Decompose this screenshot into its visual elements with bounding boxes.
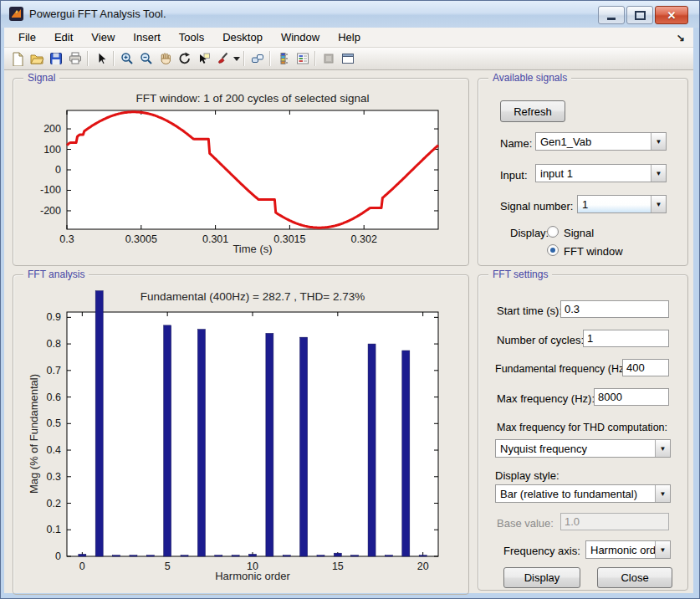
- dock-figure-icon[interactable]: [338, 49, 357, 68]
- menu-edit[interactable]: Edit: [45, 28, 82, 46]
- harmonic-bar: [283, 555, 290, 556]
- harmonic-bar: [197, 330, 205, 556]
- fft-bar-plot: 0510152000.10.20.30.40.50.60.70.80.9: [13, 275, 468, 594]
- close-settings-button[interactable]: Close: [597, 567, 672, 588]
- fft-yaxis-label: Mag (% of Fundamental): [28, 317, 40, 551]
- menu-window[interactable]: Window: [272, 28, 329, 46]
- pan-hand-icon[interactable]: [156, 49, 175, 68]
- client-area: Signal FFT window: 1 of 200 cycles of se…: [4, 70, 693, 593]
- cycles-field[interactable]: 1: [583, 330, 669, 347]
- harmonic-bar: [266, 333, 273, 556]
- signal-number-label: Signal number:: [500, 200, 573, 212]
- toolbar-separator: [243, 51, 245, 66]
- harmonic-bar: [95, 291, 103, 556]
- menu-file[interactable]: File: [9, 28, 45, 46]
- name-label: Name:: [500, 137, 532, 150]
- radio-fft-window[interactable]: [547, 244, 559, 256]
- toolbar: [4, 48, 693, 70]
- colorbar-icon[interactable]: [273, 49, 293, 68]
- harmonic-bar: [130, 555, 137, 556]
- max-frequency-field[interactable]: 8000: [594, 388, 669, 406]
- harmonic-bar: [181, 555, 188, 556]
- close-button[interactable]: ✕: [655, 6, 688, 24]
- print-icon[interactable]: [65, 49, 84, 68]
- zoom-in-icon[interactable]: [117, 49, 136, 68]
- window-title: Powergui FFT Analysis Tool.: [29, 8, 166, 20]
- start-time-field[interactable]: 0.3: [560, 300, 669, 318]
- menu-desktop[interactable]: Desktop: [213, 28, 272, 46]
- menu-help[interactable]: Help: [329, 28, 370, 46]
- y-tick-label: 0.6: [47, 392, 61, 403]
- frequency-axis-dropdown[interactable]: Harmonic order ▼: [585, 540, 671, 559]
- harmonic-bar: [368, 344, 376, 556]
- legend-icon[interactable]: [293, 49, 312, 68]
- radio-signal[interactable]: [547, 226, 559, 238]
- fundamental-frequency-label: Fundamental frequency (Hz):: [495, 363, 631, 375]
- cycles-label: Number of cycles:: [497, 334, 584, 346]
- frequency-axis-dropdown-value: Harmonic order: [586, 544, 655, 556]
- harmonic-bar: [334, 553, 341, 556]
- data-cursor-icon[interactable]: [194, 49, 213, 68]
- brush-icon[interactable]: [213, 49, 232, 68]
- thd-max-frequency-label: Max frequency for THD computation:: [497, 422, 667, 433]
- chevron-down-icon[interactable]: ▼: [651, 165, 666, 182]
- toolbar-separator: [314, 51, 316, 66]
- y-tick-label: 0.4: [47, 444, 61, 456]
- harmonic-bar: [419, 555, 427, 556]
- pointer-icon[interactable]: [91, 49, 110, 68]
- chevron-down-icon[interactable]: ▼: [651, 133, 666, 150]
- menu-view[interactable]: View: [82, 28, 124, 46]
- y-tick-label: 0.9: [47, 311, 61, 323]
- refresh-button[interactable]: Refresh: [500, 100, 565, 122]
- display-label: Display:: [510, 227, 549, 239]
- zoom-out-icon[interactable]: [136, 49, 156, 68]
- menu-bar: File Edit View Insert Tools Desktop Wind…: [4, 28, 693, 48]
- harmonic-bar: [249, 554, 257, 556]
- close-icon: ✕: [667, 10, 677, 21]
- chevron-down-icon[interactable]: ▼: [655, 541, 670, 558]
- menu-insert[interactable]: Insert: [124, 28, 170, 46]
- new-document-icon[interactable]: [8, 49, 27, 68]
- harmonic-bar: [232, 555, 239, 556]
- y-tick-label: -100: [40, 184, 61, 196]
- display-style-dropdown[interactable]: Bar (relative to fundamental) ▼: [495, 484, 671, 503]
- chevron-down-icon[interactable]: ▼: [655, 440, 670, 457]
- title-bar: Powergui FFT Analysis Tool. ✕: [1, 1, 699, 28]
- harmonic-bar: [351, 555, 359, 556]
- chevron-down-icon[interactable]: ▼: [655, 485, 670, 502]
- frequency-axis-label: Frequency axis:: [503, 545, 580, 557]
- harmonic-bar: [215, 555, 222, 556]
- link-plots-icon[interactable]: [248, 49, 267, 68]
- powergui-fft-window: Powergui FFT Analysis Tool. ✕ File Edit …: [0, 0, 700, 599]
- signal-group: Signal FFT window: 1 of 200 cycles of se…: [13, 78, 469, 266]
- y-tick-label: -200: [40, 205, 61, 217]
- name-dropdown-value: Gen1_Vab: [536, 136, 651, 148]
- name-dropdown[interactable]: Gen1_Vab ▼: [535, 132, 667, 151]
- display-button[interactable]: Display: [503, 567, 580, 588]
- save-icon[interactable]: [46, 49, 65, 68]
- signal-xaxis-label: Time (s): [67, 243, 438, 255]
- maximize-button[interactable]: [626, 6, 653, 24]
- menu-tools[interactable]: Tools: [170, 28, 213, 46]
- harmonic-bar: [164, 325, 171, 556]
- minimize-button[interactable]: [598, 6, 625, 24]
- signal-number-dropdown[interactable]: 1 ▼: [577, 195, 667, 213]
- rotate-3d-icon[interactable]: [175, 49, 194, 68]
- display-style-dropdown-value: Bar (relative to fundamental): [496, 488, 655, 500]
- toolbar-separator: [87, 51, 89, 66]
- radio-selected-dot: [550, 248, 555, 253]
- matlab-app-icon: [9, 7, 23, 21]
- open-folder-icon[interactable]: [27, 49, 46, 68]
- available-signals-group: Available signals Refresh Name: Gen1_Vab…: [478, 78, 688, 266]
- signal-number-dropdown-value: 1: [578, 198, 651, 211]
- y-tick-label: 0: [55, 550, 61, 562]
- harmonic-bar: [385, 555, 392, 556]
- brush-dropdown-icon[interactable]: [232, 49, 241, 68]
- plot-background: [67, 312, 438, 556]
- chevron-down-icon[interactable]: ▼: [651, 196, 666, 212]
- y-tick-label: 0.3: [47, 471, 61, 483]
- fundamental-frequency-field[interactable]: 400: [622, 359, 669, 376]
- dock-arrow-icon[interactable]: ↘: [677, 32, 685, 44]
- thd-frequency-dropdown[interactable]: Nyquist frequency ▼: [495, 439, 671, 458]
- input-dropdown[interactable]: input 1 ▼: [535, 164, 667, 182]
